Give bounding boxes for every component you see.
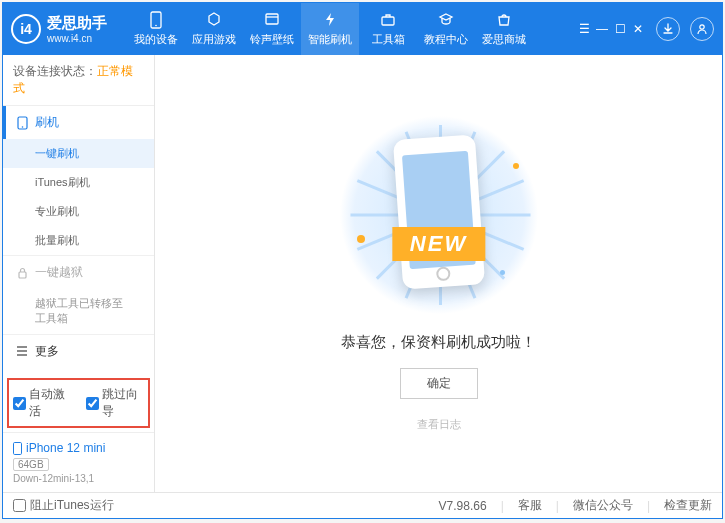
top-nav: 我的设备应用游戏铃声壁纸智能刷机工具箱教程中心爱思商城 [127, 3, 533, 55]
window-controls: ☰ — ☐ ✕ [576, 22, 646, 36]
nav-phone[interactable]: 我的设备 [127, 3, 185, 55]
app-logo: i4 爱思助手 www.i4.cn [11, 14, 107, 44]
success-message: 恭喜您，保资料刷机成功啦！ [341, 333, 536, 352]
logo-icon: i4 [11, 14, 41, 44]
maximize-button[interactable]: ☐ [612, 22, 628, 36]
success-illustration: NEW [339, 115, 539, 315]
nav-flash[interactable]: 智能刷机 [301, 3, 359, 55]
ok-button[interactable]: 确定 [400, 368, 478, 399]
jailbreak-note: 越狱工具已转移至工具箱 [3, 289, 154, 334]
titlebar: i4 爱思助手 www.i4.cn 我的设备应用游戏铃声壁纸智能刷机工具箱教程中… [3, 3, 722, 55]
wechat-link[interactable]: 微信公众号 [573, 497, 633, 514]
svg-rect-2 [266, 14, 278, 24]
phone-icon [146, 11, 166, 29]
phone-illustration-icon [392, 134, 484, 289]
store-icon [494, 11, 514, 29]
service-link[interactable]: 客服 [518, 497, 542, 514]
phone-icon [15, 116, 29, 130]
settings-icon[interactable]: ☰ [576, 22, 592, 36]
user-icon[interactable] [690, 17, 714, 41]
skip-guide-checkbox[interactable]: 跳过向导 [86, 386, 145, 420]
download-icon[interactable] [656, 17, 680, 41]
minimize-button[interactable]: — [594, 22, 610, 36]
main-content: NEW 恭喜您，保资料刷机成功啦！ 确定 查看日志 [155, 55, 722, 492]
nav-apps[interactable]: 应用游戏 [185, 3, 243, 55]
sidebar-group-jailbreak[interactable]: 一键越狱 [3, 256, 154, 289]
nav-store[interactable]: 爱思商城 [475, 3, 533, 55]
auto-activate-checkbox[interactable]: 自动激活 [13, 386, 72, 420]
close-button[interactable]: ✕ [630, 22, 646, 36]
device-capacity: 64GB [13, 458, 49, 471]
connection-status: 设备连接状态：正常模式 [3, 55, 154, 106]
sidebar-item[interactable]: 其他工具 [3, 368, 154, 374]
apps-icon [204, 11, 224, 29]
flash-icon [320, 11, 340, 29]
svg-point-6 [21, 126, 23, 128]
svg-point-4 [700, 25, 704, 29]
sidebar-item[interactable]: iTunes刷机 [3, 168, 154, 197]
sidebar-group-flash[interactable]: 刷机 [3, 106, 154, 139]
nav-toolbox[interactable]: 工具箱 [359, 3, 417, 55]
music-icon [262, 11, 282, 29]
nav-music[interactable]: 铃声壁纸 [243, 3, 301, 55]
sidebar: 设备连接状态：正常模式 刷机 一键刷机iTunes刷机专业刷机批量刷机 [3, 55, 155, 492]
view-log-link[interactable]: 查看日志 [417, 417, 461, 432]
sidebar-item[interactable]: 专业刷机 [3, 197, 154, 226]
check-update-link[interactable]: 检查更新 [664, 497, 712, 514]
sidebar-group-more[interactable]: 更多 [3, 335, 154, 368]
device-panel[interactable]: iPhone 12 mini 64GB Down-12mini-13,1 [3, 432, 154, 492]
phone-small-icon [13, 442, 22, 455]
block-itunes-checkbox[interactable]: 阻止iTunes运行 [13, 497, 114, 514]
svg-rect-8 [14, 442, 22, 454]
sidebar-item[interactable]: 一键刷机 [3, 139, 154, 168]
lock-icon [15, 267, 29, 279]
footer: 阻止iTunes运行 V7.98.66 | 客服 | 微信公众号 | 检查更新 [3, 492, 722, 518]
app-window: i4 爱思助手 www.i4.cn 我的设备应用游戏铃声壁纸智能刷机工具箱教程中… [2, 2, 723, 519]
version-label: V7.98.66 [439, 499, 487, 513]
toolbox-icon [378, 11, 398, 29]
svg-point-1 [155, 25, 157, 27]
svg-rect-3 [382, 17, 394, 25]
new-ribbon: NEW [392, 227, 485, 261]
nav-edu[interactable]: 教程中心 [417, 3, 475, 55]
device-name: iPhone 12 mini [13, 441, 144, 455]
options-highlight: 自动激活 跳过向导 [7, 378, 150, 428]
app-url: www.i4.cn [47, 33, 107, 44]
edu-icon [436, 11, 456, 29]
app-name: 爱思助手 [47, 14, 107, 33]
sidebar-item[interactable]: 批量刷机 [3, 226, 154, 255]
device-firmware: Down-12mini-13,1 [13, 473, 144, 484]
svg-rect-7 [19, 272, 26, 278]
menu-icon [15, 346, 29, 356]
